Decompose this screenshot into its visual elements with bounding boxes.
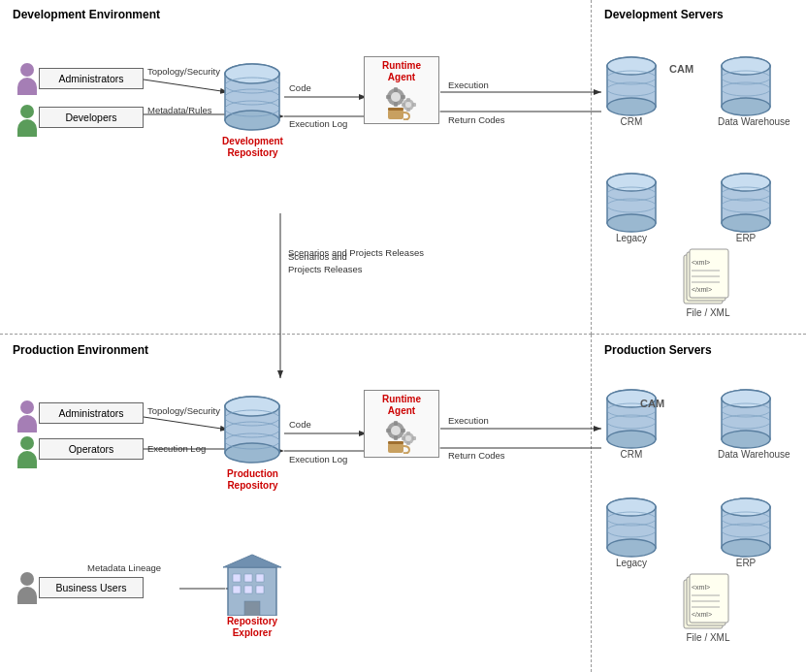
admin-person-dev bbox=[17, 63, 37, 95]
svg-rect-31 bbox=[406, 98, 410, 102]
svg-rect-32 bbox=[406, 108, 410, 112]
svg-rect-25 bbox=[394, 87, 398, 92]
svg-rect-27 bbox=[386, 95, 391, 99]
repo-explorer-label: RepositoryExplorer bbox=[223, 616, 281, 639]
svg-point-83 bbox=[405, 435, 411, 441]
svg-point-19 bbox=[225, 64, 279, 83]
svg-point-51 bbox=[607, 214, 656, 232]
execution-label-dev: Execution bbox=[448, 80, 489, 90]
topology-label-prod: Topology/Security bbox=[147, 405, 220, 416]
business-users-box: Business Users bbox=[39, 577, 144, 598]
file-xml-prod: <xml> </xml> File / XML bbox=[679, 572, 737, 643]
svg-rect-85 bbox=[406, 441, 410, 445]
svg-point-30 bbox=[405, 102, 411, 108]
dev-box: Developers bbox=[39, 107, 144, 128]
svg-rect-87 bbox=[412, 436, 416, 440]
legacy-db-dev: Legacy bbox=[603, 170, 660, 243]
dw-label-prod: Data Warehouse bbox=[718, 449, 790, 461]
execution-label-prod: Execution bbox=[448, 415, 489, 426]
svg-text:<xml>: <xml> bbox=[692, 259, 710, 266]
dw-label-dev: Data Warehouse bbox=[718, 116, 790, 128]
topology-label-dev: Topology/Security bbox=[147, 66, 220, 77]
svg-rect-79 bbox=[394, 435, 398, 440]
cam-label-prod-area: CAM bbox=[640, 398, 664, 409]
svg-rect-97 bbox=[256, 586, 264, 593]
svg-point-120 bbox=[722, 498, 770, 516]
svg-rect-96 bbox=[244, 586, 252, 593]
file-xml-dev: <xml> </xml> File / XML bbox=[679, 247, 737, 318]
ops-person bbox=[17, 436, 37, 468]
svg-point-57 bbox=[722, 214, 770, 232]
erp-db-dev: ERP bbox=[718, 170, 774, 243]
erp-label-dev: ERP bbox=[718, 233, 774, 243]
svg-point-52 bbox=[607, 174, 656, 191]
architecture-diagram: Development Environment Development Serv… bbox=[0, 0, 806, 672]
svg-point-72 bbox=[225, 397, 279, 416]
dev-srv-title: Development Servers bbox=[596, 2, 731, 27]
business-user-person bbox=[17, 572, 37, 604]
svg-point-114 bbox=[607, 498, 656, 516]
execlog-label-dev: Execution Log bbox=[289, 118, 347, 129]
runtime-agent-dev: RuntimeAgent bbox=[364, 56, 439, 124]
svg-point-58 bbox=[722, 174, 770, 191]
runtime-label-prod: RuntimeAgent bbox=[367, 394, 436, 417]
svg-rect-95 bbox=[233, 586, 241, 593]
svg-point-107 bbox=[722, 431, 770, 448]
svg-rect-98 bbox=[244, 601, 260, 616]
execlog-label-prod: Execution Log bbox=[289, 454, 347, 464]
svg-point-39 bbox=[607, 98, 656, 115]
scenarios-releases-label: Scenarios andProjects Releases bbox=[288, 250, 363, 276]
file-xml-label-prod: File / XML bbox=[679, 632, 737, 643]
prod-repo-label: ProductionRepository bbox=[221, 468, 284, 492]
svg-text:</xml>: </xml> bbox=[692, 286, 712, 293]
svg-point-113 bbox=[607, 539, 656, 557]
admin-box-dev: Administrators bbox=[39, 68, 144, 89]
erp-db-prod: ERP bbox=[718, 495, 774, 568]
svg-rect-36 bbox=[388, 108, 403, 111]
erp-label-prod: ERP bbox=[718, 558, 774, 568]
svg-rect-28 bbox=[401, 95, 405, 99]
prod-repo-db: ProductionRepository bbox=[221, 391, 284, 492]
dw-db-dev: Data Warehouse bbox=[718, 53, 790, 128]
svg-rect-86 bbox=[402, 436, 405, 440]
svg-rect-93 bbox=[244, 574, 252, 582]
dev-env-title: Development Environment bbox=[5, 2, 168, 27]
dev-person bbox=[17, 105, 37, 137]
svg-rect-78 bbox=[394, 421, 398, 426]
svg-point-108 bbox=[722, 390, 770, 407]
svg-point-46 bbox=[722, 57, 770, 75]
code-label-dev: Code bbox=[289, 82, 311, 93]
admin-person-prod bbox=[17, 400, 37, 432]
legacy-db-prod: Legacy bbox=[603, 495, 660, 568]
svg-rect-92 bbox=[233, 574, 241, 582]
admin-box-prod: Administrators bbox=[39, 402, 144, 424]
crm-label-dev: CRM bbox=[603, 116, 660, 127]
svg-rect-89 bbox=[388, 441, 403, 444]
svg-point-45 bbox=[722, 98, 770, 115]
svg-rect-35 bbox=[388, 110, 403, 119]
returncodes-label-dev: Return Codes bbox=[448, 114, 505, 125]
legacy-label-prod: Legacy bbox=[603, 558, 660, 568]
svg-rect-88 bbox=[388, 443, 403, 453]
execlog-label-prod-left: Execution Log bbox=[147, 443, 206, 454]
ops-box: Operators bbox=[39, 438, 144, 460]
crm-label-prod: CRM bbox=[603, 449, 660, 460]
svg-point-18 bbox=[225, 111, 279, 130]
svg-point-119 bbox=[722, 539, 770, 557]
prod-srv-title: Production Servers bbox=[596, 337, 720, 363]
svg-rect-26 bbox=[394, 102, 398, 107]
svg-point-71 bbox=[225, 443, 279, 463]
svg-text:<xml>: <xml> bbox=[692, 584, 710, 591]
legacy-label-dev: Legacy bbox=[603, 233, 660, 243]
svg-point-40 bbox=[607, 57, 656, 75]
crm-db-dev: CRM bbox=[603, 53, 660, 127]
svg-point-101 bbox=[607, 431, 656, 448]
returncodes-label-prod: Return Codes bbox=[448, 450, 505, 461]
prod-env-title: Production Environment bbox=[5, 337, 156, 363]
runtime-agent-prod: RuntimeAgent bbox=[364, 390, 439, 458]
prod-env-quadrant bbox=[0, 335, 592, 672]
svg-rect-94 bbox=[256, 574, 264, 582]
repo-explorer: RepositoryExplorer bbox=[223, 553, 281, 639]
svg-point-24 bbox=[391, 92, 401, 102]
svg-rect-33 bbox=[402, 103, 405, 107]
